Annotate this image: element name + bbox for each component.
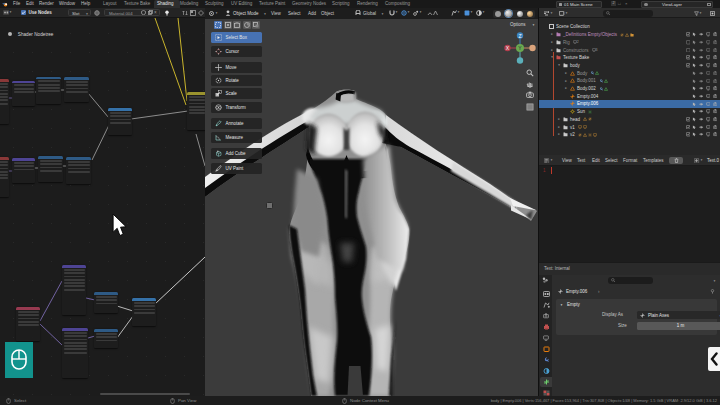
svg-text:Z: Z <box>518 33 521 39</box>
